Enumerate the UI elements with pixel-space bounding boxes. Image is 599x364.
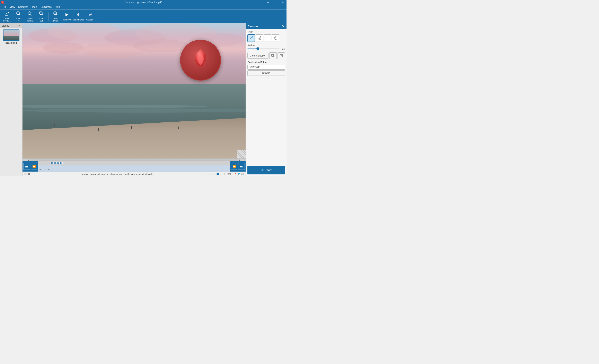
maximize-button[interactable]: □ [272, 0, 279, 5]
right-panel-title: Remove [248, 25, 258, 28]
find-logo-icon [53, 11, 58, 17]
zoom-handle[interactable] [217, 173, 219, 175]
brush-tool-button[interactable] [247, 34, 255, 42]
zoom-normal-button[interactable]: Zoomnormal [25, 11, 35, 23]
svg-rect-1 [5, 12, 8, 15]
flame-icon [189, 47, 212, 73]
radius-track-filled [247, 49, 257, 49]
svg-line-18 [56, 14, 57, 15]
status-icon-2: ▦ [28, 173, 30, 175]
find-logo-button[interactable]: FindLogo [50, 11, 61, 23]
status-bar: ⬜ ▦ Remove watermark from the whole vide… [23, 172, 246, 176]
destination-input[interactable] [247, 65, 285, 70]
timeline-start-button[interactable]: ⏮ [23, 163, 30, 170]
zoom-minus-icon[interactable]: - [204, 172, 205, 176]
toolbar-separator-1 [48, 12, 49, 21]
left-panel: Videos ✕ Beach.mp4 [0, 23, 23, 176]
video-thumb-beach[interactable]: Beach.mp4 [0, 28, 22, 45]
timeline-area: ⏮ ⏪ 00:00:02 13 00:00:00 00 ⏩ ⏭ [23, 161, 246, 172]
main-area: Videos ✕ Beach.mp4 [0, 23, 287, 176]
svg-rect-44 [266, 37, 269, 39]
scroll-track[interactable] [30, 160, 238, 161]
svg-point-23 [88, 13, 92, 17]
find-logo-label: FindLogo [53, 18, 58, 22]
right-panel-content: Tools [246, 29, 287, 176]
twitter-icon: 🐦 [238, 173, 240, 175]
start-button[interactable]: ➜ Start [247, 166, 285, 174]
svg-rect-35 [98, 128, 99, 131]
zoom-slider[interactable] [206, 174, 223, 174]
status-left: ⬜ ▦ [24, 173, 30, 175]
scroll-right-button[interactable]: ▶ [238, 159, 241, 161]
copy-to-all-button[interactable] [269, 53, 277, 59]
tools-label: Tools [247, 31, 285, 34]
zoom-out-label: Zoomout [39, 18, 44, 22]
video-display[interactable] [23, 23, 246, 159]
rect-tool-button[interactable] [264, 34, 271, 42]
watermarks-icon [76, 12, 81, 18]
options-button[interactable]: Options [85, 11, 95, 23]
destination-section: Destination Folder Browse [247, 61, 285, 76]
svg-line-12 [30, 14, 32, 15]
timeline-track[interactable]: 00:00:02 13 00:00:00 00 [38, 161, 230, 172]
videos-label: Videos [2, 24, 9, 27]
window-controls: — □ ✕ [264, 0, 287, 5]
menu-view[interactable]: View [8, 5, 17, 9]
menu-help[interactable]: Help [53, 5, 62, 9]
logo-circle [180, 40, 221, 81]
eraser-tool-button[interactable] [255, 34, 263, 42]
remove-icon [64, 12, 69, 18]
scroll-left-button[interactable]: ◀ [26, 159, 30, 161]
clear-selection-button[interactable]: Clear selection [247, 53, 268, 59]
remove-label: Remove [63, 19, 70, 21]
menu-selection[interactable]: Selection [17, 5, 30, 9]
options-label: Options [86, 19, 93, 21]
start-time-label: 00:00:00 00 [39, 169, 50, 171]
status-message: Remove watermark from the whole video. D… [30, 173, 204, 175]
zoom-out-button[interactable]: Zoomout [36, 11, 47, 23]
start-label: Start [265, 169, 272, 172]
right-panel-close-button[interactable]: ✕ [282, 25, 284, 28]
zoom-plus-icon[interactable]: + [223, 172, 225, 176]
menu-tools[interactable]: Tools [30, 5, 39, 9]
remove-button[interactable]: Remove [62, 11, 72, 23]
help-icon: ❓ [234, 173, 237, 175]
circle-tool-button[interactable] [272, 34, 279, 42]
timeline-next-frame-button[interactable]: ⏩ [231, 163, 238, 170]
add-files-button[interactable]: AddFile(s)... [2, 11, 12, 23]
timeline-end-button[interactable]: ⏭ [238, 163, 245, 170]
videos-close-button[interactable]: ✕ [18, 24, 21, 27]
radius-handle[interactable] [256, 47, 259, 50]
canvas-area: ◀ ▶ ⏮ ⏪ 00:00:02 13 00:00:00 00 [23, 23, 246, 176]
menu-file[interactable]: File [1, 5, 8, 9]
timeline-prev-frame-button[interactable]: ⏪ [31, 163, 37, 170]
close-button[interactable]: ✕ [279, 0, 287, 5]
zoom-in-button[interactable]: Zoomin [13, 11, 24, 23]
add-files-label: AddFile(s)... [3, 18, 11, 22]
toolbar: AddFile(s)... Zoomin Zoomnormal [0, 9, 287, 23]
videos-panel-header: Videos ✕ [0, 23, 22, 28]
hatch-corner [238, 150, 246, 159]
timeline-cursor [55, 165, 55, 172]
svg-line-43 [259, 38, 261, 39]
watermarks-button[interactable]: Watermarks [73, 11, 84, 23]
svg-rect-38 [205, 128, 205, 130]
browse-button[interactable]: Browse [247, 71, 285, 76]
zoom-out-icon [39, 11, 44, 17]
menu-bar: File View Selection Tools SoftOrbits Hel… [0, 5, 287, 9]
svg-point-29 [43, 42, 84, 54]
svg-rect-34 [54, 124, 55, 126]
radius-row: 31 [247, 47, 285, 50]
copy-to-frame-button[interactable] [278, 53, 285, 59]
svg-line-15 [42, 14, 43, 15]
tools-section: Tools [247, 31, 285, 42]
options-icon [87, 12, 92, 18]
right-panel-header: Remove ✕ [246, 23, 287, 29]
svg-point-22 [89, 14, 90, 15]
minimize-button[interactable]: — [264, 0, 272, 5]
menu-softorbits[interactable]: SoftOrbits [39, 5, 53, 9]
video-thumbnail [3, 29, 19, 41]
feedback-icon: 💬 [241, 173, 244, 175]
radius-slider[interactable] [247, 49, 280, 49]
radius-label: Radius [247, 44, 285, 47]
